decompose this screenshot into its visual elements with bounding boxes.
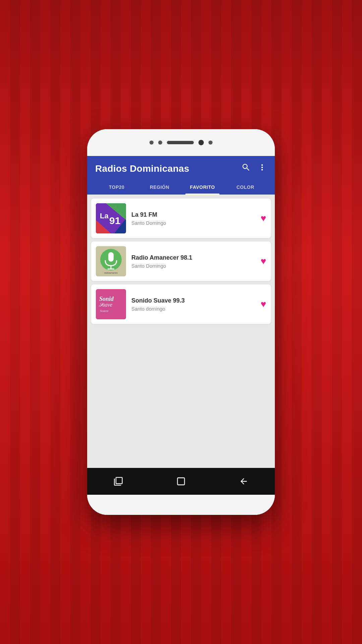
station-location-amanecer: Santo Domingo — [131, 263, 255, 269]
phone-shell: Radios Dominicanas — [87, 129, 275, 515]
svg-text:Sonid: Sonid — [99, 296, 114, 302]
svg-text:𝒮uave: 𝒮uave — [99, 302, 112, 308]
sensor-dot-1 — [149, 141, 154, 145]
station-info-amanecer: Radio Amanecer 98.1 Santo Domingo — [131, 254, 255, 269]
station-logo-amanecer: radioamanec — [96, 246, 126, 276]
tab-favorito[interactable]: FAVORITO — [181, 180, 224, 195]
station-name-la91: La 91 FM — [131, 211, 255, 218]
station-card-amanecer[interactable]: radioamanec Radio Amanecer 98.1 Santo Do… — [91, 241, 271, 281]
station-logo-sonido: Sonid 𝒮uave Suave — [96, 289, 126, 319]
nav-bar — [87, 468, 275, 495]
station-location-sonido: Santo domingo — [131, 306, 255, 312]
station-info-sonido: Sonido Suave 99.3 Santo domingo — [131, 297, 255, 312]
app-title: Radios Dominicanas — [95, 163, 189, 174]
more-options-icon[interactable] — [257, 163, 267, 174]
svg-text:La: La — [100, 212, 109, 220]
station-card-la91[interactable]: La 91 La 91 FM Santo Domingo ♥ — [91, 199, 271, 238]
back-button[interactable] — [234, 471, 254, 491]
svg-rect-16 — [177, 478, 184, 485]
tab-top20[interactable]: TOP20 — [95, 180, 138, 195]
favorite-heart-la91[interactable]: ♥ — [260, 213, 266, 224]
station-name-sonido: Sonido Suave 99.3 — [131, 297, 255, 304]
recent-apps-button[interactable] — [108, 471, 128, 491]
phone-top-bar — [87, 129, 275, 156]
station-card-sonido[interactable]: Sonid 𝒮uave Suave Sonido Suave 99.3 Sant… — [91, 284, 271, 324]
svg-text:91: 91 — [109, 215, 120, 226]
sensor-dot-2 — [158, 141, 162, 145]
station-list: La 91 La 91 FM Santo Domingo ♥ — [87, 195, 275, 468]
search-icon[interactable] — [241, 163, 251, 174]
speaker — [167, 141, 194, 144]
phone-screen: Radios Dominicanas — [87, 156, 275, 468]
tabs: TOP20 REGIÓN FAVORITO COLOR — [95, 180, 267, 195]
home-button[interactable] — [171, 471, 191, 491]
app-header: Radios Dominicanas — [87, 156, 275, 195]
front-camera — [198, 140, 204, 145]
tab-color[interactable]: COLOR — [224, 180, 267, 195]
svg-text:Suave: Suave — [100, 309, 109, 313]
header-top: Radios Dominicanas — [95, 163, 267, 180]
tab-region[interactable]: REGIÓN — [138, 180, 181, 195]
station-logo-la91: La 91 — [96, 203, 126, 233]
favorite-heart-sonido[interactable]: ♥ — [260, 299, 266, 310]
phone-bottom-bar — [87, 495, 275, 515]
sensor-dot-3 — [208, 141, 213, 145]
header-icons — [241, 163, 267, 174]
station-location-la91: Santo Domingo — [131, 220, 255, 226]
station-name-amanecer: Radio Amanecer 98.1 — [131, 254, 255, 261]
favorite-heart-amanecer[interactable]: ♥ — [260, 256, 266, 267]
svg-text:radioamanec: radioamanec — [104, 272, 118, 274]
svg-rect-8 — [108, 252, 114, 262]
station-info-la91: La 91 FM Santo Domingo — [131, 211, 255, 226]
